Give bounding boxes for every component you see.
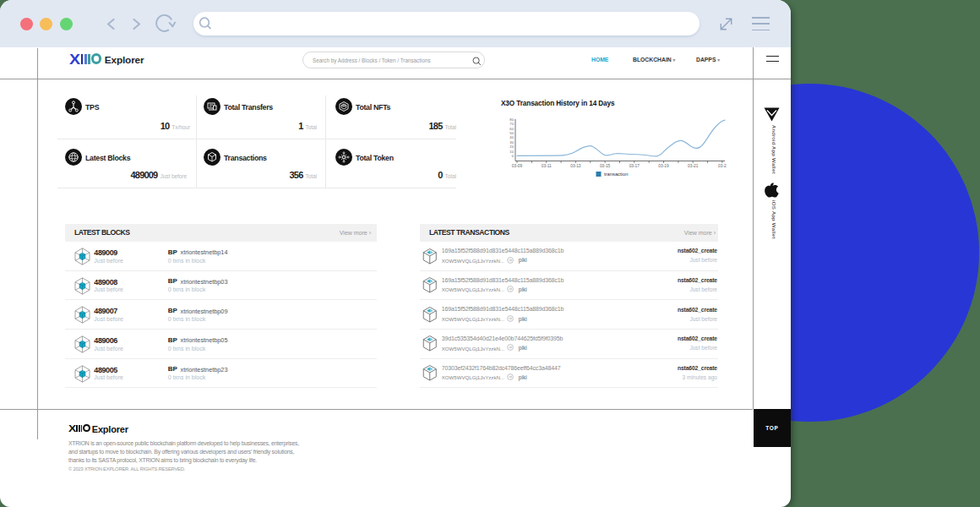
svg-text:40: 40 — [509, 135, 514, 139]
svg-text:50: 50 — [509, 131, 514, 135]
svg-text:03-17: 03-17 — [629, 164, 640, 168]
svg-text:03-09: 03-09 — [512, 164, 523, 168]
svg-text:60: 60 — [509, 127, 514, 131]
svg-text:03-15: 03-15 — [600, 164, 611, 168]
svg-text:70: 70 — [509, 122, 514, 126]
svg-text:03-11: 03-11 — [542, 164, 552, 168]
svg-text:03-13: 03-13 — [570, 164, 581, 168]
svg-text:10: 10 — [509, 150, 514, 154]
svg-text:20: 20 — [509, 144, 514, 149]
svg-text:80: 80 — [509, 117, 514, 122]
svg-text:03-19: 03-19 — [658, 164, 669, 168]
svg-text:30: 30 — [509, 140, 514, 144]
svg-text:03-2: 03-2 — [718, 164, 727, 168]
svg-text:0: 0 — [512, 154, 514, 158]
svg-text:03-21: 03-21 — [688, 164, 699, 168]
svg-text:transaction: transaction — [604, 172, 628, 177]
